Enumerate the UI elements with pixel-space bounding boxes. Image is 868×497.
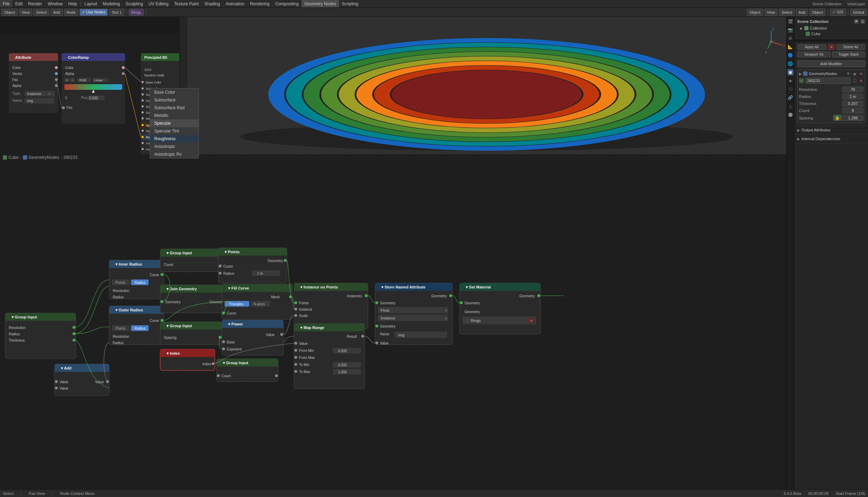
menu-window[interactable]: Window [45,0,65,7]
menu-render[interactable]: Render [25,0,45,7]
view-menu[interactable]: View [19,9,32,16]
icon-scene-props[interactable]: 🔵 [787,52,794,58]
internal-deps-toggle[interactable]: ▶ Internal Dependencies [797,137,865,141]
svg-text:Result: Result [347,335,357,338]
mode-select[interactable]: Object [1,9,18,16]
dropdown-base-color[interactable]: Base Color [150,88,199,96]
icon-output[interactable]: ⚙ [787,35,794,42]
count-input[interactable]: 8 [842,108,863,113]
use-nodes-btn[interactable]: ✓ Use Nodes [80,9,108,16]
filter-icon[interactable]: ⊙ [860,19,865,24]
icon-object[interactable]: ▣ [787,69,794,75]
add-modifier-button[interactable]: Add Modifier [797,60,865,67]
dropdown-subsurface-rad[interactable]: Subsurface Rad [150,104,199,112]
id-close[interactable]: ✕ [858,78,863,83]
delete-all-x[interactable]: ✕ [828,44,835,50]
icon-data[interactable]: △ [787,103,794,109]
icon-world[interactable]: 🌐 [787,61,794,67]
icon-constraints[interactable]: 🔗 [787,94,794,101]
object-3d[interactable]: Object [809,9,825,16]
modifier-visibility[interactable]: 👁 [846,71,851,76]
svg-text:Instance: Instance [381,316,395,320]
svg-text:▾ Group Input: ▾ Group Input [223,361,248,365]
delete-all-button[interactable]: Delete All [836,44,866,50]
dropdown-metallic[interactable]: Metallic [150,112,199,119]
icon-scene[interactable]: 🎬 [787,18,794,25]
dropdown-specular-tint[interactable]: Specular Tint [150,127,199,135]
viewport-vis-button[interactable]: Viewport Vis [797,51,831,57]
apply-all-button[interactable]: Apply All [797,44,826,50]
svg-point-240 [361,335,364,338]
node-menu[interactable]: Node [64,9,78,16]
dropdown-subsurface[interactable]: Subsurface [150,96,199,104]
visibility-icon[interactable]: 👁 [854,19,859,24]
spacing-input[interactable]: 1.298 [842,115,863,121]
svg-point-241 [294,342,297,345]
svg-point-91 [142,124,144,126]
collection-item[interactable]: ▶ Collection Cube [797,25,865,37]
menu-help[interactable]: Help [65,0,80,7]
tab-layout[interactable]: Layout [82,0,100,7]
id-field[interactable]: 280233 [805,77,851,84]
tab-animation[interactable]: Animation [223,0,247,7]
gis-btn[interactable]: ✓ GIS [830,9,846,16]
tab-geometry-nodes[interactable]: Geometry Nodes [301,0,339,7]
scene-collection-title: Scene Collection [797,19,829,24]
menu-edit[interactable]: Edit [12,0,25,7]
id-expand[interactable]: ⬡ [852,78,857,83]
view-3d-menu[interactable]: View [764,9,778,16]
tab-shading[interactable]: Shading [202,0,223,7]
svg-point-263 [375,302,378,304]
dropdown-specular[interactable]: Specular [150,119,199,127]
dropdown-anisotropic-ro[interactable]: Anisotropic Ro [150,150,199,158]
svg-rect-27 [9,53,58,113]
tab-rendering[interactable]: Rendering [247,0,272,7]
svg-text:Triangles: Triangles [229,302,243,306]
svg-text:Radius: Radius [9,332,20,336]
icon-physics[interactable]: ⬡ [787,86,794,92]
svg-text:▾ Store Named Attribute: ▾ Store Named Attribute [381,285,425,289]
modifier-render[interactable]: ◉ [852,71,857,76]
tab-sculpting[interactable]: Sculpting [123,0,146,7]
output-attributes-toggle[interactable]: ▶ Output Attributes [797,128,865,132]
dropdown-roughness[interactable]: Roughness [150,135,199,143]
resolution-input[interactable]: 70 [842,87,863,92]
rings-label[interactable]: Rings [129,9,144,16]
svg-point-68 [62,106,65,109]
thickness-input[interactable]: 0.207 [842,101,863,106]
radius-label: Radius [799,94,811,99]
svg-text:Geometry: Geometry [268,259,283,263]
icon-view-layer[interactable]: 📐 [787,44,794,50]
radius-input[interactable]: 1 m [842,94,863,99]
svg-text:Radius: Radius [135,327,145,330]
3d-viewport[interactable]: X Y Z [180,17,794,154]
tab-uv-editing[interactable]: UV Editing [146,0,171,7]
tab-texture-paint[interactable]: Texture Paint [171,0,202,7]
tab-modeling[interactable]: Modeling [100,0,123,7]
object-mode-btn[interactable]: Object [747,9,763,16]
select-menu[interactable]: Select [33,9,49,16]
dropdown-anisotropic[interactable]: Anisotropic [150,143,199,150]
scene-label: Scene Collection [810,0,844,7]
select-3d[interactable]: Select [779,9,795,16]
toggle-stack-button[interactable]: Toggle Stack [832,51,866,57]
add-3d[interactable]: Add [796,9,808,16]
modifier-close[interactable]: ✕ [858,71,863,76]
global-btn[interactable]: Global [850,9,867,16]
svg-point-76 [142,81,144,83]
svg-text:Points: Points [115,327,125,330]
slot-select[interactable]: Slot 1 [109,9,124,16]
spacing-lock[interactable]: 🔒 [833,115,842,121]
icon-material[interactable]: ⬤ [787,111,794,118]
svg-text:0.000: 0.000 [338,349,347,353]
menu-file[interactable]: File [0,0,12,7]
spacing-row: Spacing 🔒 1.298 [799,114,863,122]
tab-compositing[interactable]: Compositing [272,0,301,7]
icon-particles[interactable]: ◈ [787,77,794,84]
icon-render[interactable]: 📷 [787,27,794,33]
geometry-nodes-editor[interactable]: Cube › GeometryNodes › 280233 ▾ Group In… [0,154,794,489]
shader-dropdown-menu[interactable]: Base Color Subsurface Subsurface Rad Met… [150,88,199,159]
svg-point-222 [275,374,278,377]
tab-scripting[interactable]: Scripting [339,0,361,7]
add-menu[interactable]: Add [51,9,63,16]
